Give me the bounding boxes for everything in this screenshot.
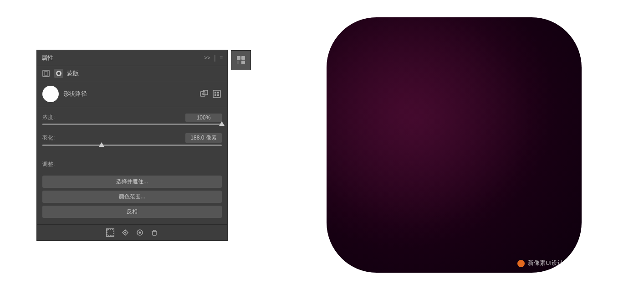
svg-point-7 xyxy=(57,72,60,75)
svg-rect-9 xyxy=(203,90,208,95)
rounded-rect-shape xyxy=(327,17,582,273)
svg-rect-19 xyxy=(153,231,156,235)
watermark-text: 新像素UI设计培训 xyxy=(528,259,575,266)
panel-header: 属性 >> | ≡ xyxy=(37,50,227,66)
svg-rect-3 xyxy=(237,61,239,64)
svg-rect-10 xyxy=(213,90,220,98)
adjust-buttons: 选择并遮住... 颜色范围... 反相 xyxy=(42,176,222,218)
shape-preview xyxy=(42,86,59,102)
watermark-logo xyxy=(517,260,525,267)
svg-point-16 xyxy=(124,232,126,233)
svg-rect-15 xyxy=(107,229,113,236)
density-slider[interactable] xyxy=(42,124,222,125)
density-label: 浓度: xyxy=(42,114,55,121)
svg-point-18 xyxy=(139,231,141,233)
canvas-area: 新像素UI设计培训 xyxy=(327,17,582,273)
panel-corner-icon[interactable] xyxy=(231,50,251,70)
panel-header-icons: >> | ≡ xyxy=(204,54,223,62)
panel-title: 属性 xyxy=(41,54,53,62)
apply-to-layer-icon[interactable] xyxy=(199,89,209,99)
selection-icon[interactable] xyxy=(106,228,114,237)
properties-panel: 属性 >> | ≡ 蒙版 xyxy=(36,50,228,241)
select-and-mask-button[interactable]: 选择并遮住... xyxy=(42,176,222,188)
feather-label: 羽化: xyxy=(42,134,55,142)
controls-section: 浓度: 100% 羽化: 188.0 像素 xyxy=(37,107,227,161)
feather-value[interactable]: 188.0 像素 xyxy=(185,133,222,143)
watermark: 新像素UI设计培训 xyxy=(517,259,575,267)
adjust-label: 调整: xyxy=(42,161,55,168)
svg-rect-2 xyxy=(241,61,245,64)
svg-rect-14 xyxy=(217,94,219,96)
path-options-icon[interactable] xyxy=(212,89,222,99)
visibility-icon[interactable] xyxy=(136,229,143,236)
shape-path-label: 形状路径 xyxy=(63,90,87,98)
divider: | xyxy=(214,54,216,62)
menu-icon[interactable]: ≡ xyxy=(220,55,223,61)
left-panel: 属性 >> | ≡ 蒙版 xyxy=(0,0,264,290)
svg-rect-1 xyxy=(241,56,245,60)
tab-mask[interactable] xyxy=(54,69,63,78)
right-panel: 新像素UI设计培训 xyxy=(264,0,644,290)
shape-path-left: 形状路径 xyxy=(42,86,87,102)
invert-button[interactable]: 反相 xyxy=(42,206,222,218)
shape-path-section: 形状路径 xyxy=(37,81,227,107)
svg-rect-12 xyxy=(217,92,219,93)
feather-slider[interactable] xyxy=(42,145,222,146)
tab-row: 蒙版 xyxy=(37,66,227,81)
adjust-section: 调整: 选择并遮住... 颜色范围... 反相 xyxy=(37,161,227,224)
color-range-button[interactable]: 颜色范围... xyxy=(42,191,222,203)
svg-rect-13 xyxy=(215,94,216,96)
svg-rect-0 xyxy=(237,56,240,60)
feather-control: 羽化: 188.0 像素 xyxy=(42,133,222,146)
tab-mask-label: 蒙版 xyxy=(67,69,79,78)
svg-rect-11 xyxy=(215,92,216,93)
density-control: 浓度: 100% xyxy=(42,114,222,125)
fill-icon[interactable] xyxy=(122,229,129,236)
svg-rect-5 xyxy=(44,72,48,75)
shape-path-icons xyxy=(199,89,222,99)
tab-pixel[interactable] xyxy=(41,69,51,78)
expand-icon[interactable]: >> xyxy=(204,55,210,61)
svg-rect-4 xyxy=(43,70,49,77)
panel-toolbar xyxy=(37,224,227,240)
delete-icon[interactable] xyxy=(151,229,158,236)
density-value[interactable]: 100% xyxy=(185,114,222,122)
